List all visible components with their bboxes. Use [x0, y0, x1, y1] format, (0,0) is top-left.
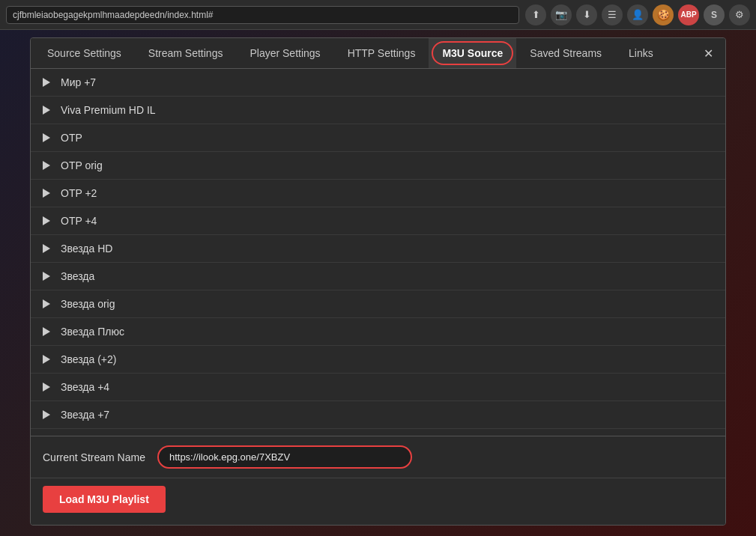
play-icon	[43, 272, 50, 281]
stream-name-text: Звезда +7	[61, 409, 109, 421]
load-m3u-button[interactable]: Load M3U Playlist	[43, 486, 166, 513]
share-icon[interactable]: ⬆	[525, 4, 546, 25]
stream-item[interactable]: Звезда Плюс	[31, 318, 725, 346]
play-icon	[43, 161, 50, 170]
play-icon	[43, 78, 50, 87]
tab-player-settings[interactable]: Player Settings	[236, 38, 333, 68]
stream-item[interactable]: Viva Premium HD IL	[31, 97, 725, 124]
stream-item[interactable]: OTP	[31, 124, 725, 152]
play-icon	[43, 216, 50, 225]
stream-name-text: OTP +2	[61, 187, 97, 199]
settings-extension-icon[interactable]: ⚙	[729, 4, 750, 25]
stream-item[interactable]: OTP +2	[31, 180, 725, 207]
stream-item[interactable]: Звезда (+2)	[31, 346, 725, 374]
tab-saved-streams[interactable]: Saved Streams	[516, 38, 615, 68]
s-extension-icon[interactable]: S	[704, 4, 725, 25]
tab-bar: Source Settings Stream Settings Player S…	[31, 38, 725, 69]
stream-item[interactable]: Звезда orig	[31, 290, 725, 318]
stream-name-text: Звезда orig	[61, 298, 115, 310]
play-icon	[43, 327, 50, 336]
download-icon[interactable]: ⬇	[576, 4, 597, 25]
cookie-extension-icon[interactable]: 🍪	[653, 4, 674, 25]
account-icon[interactable]: 👤	[627, 4, 648, 25]
stream-list[interactable]: Мир +7Viva Premium HD ILOTPOTP origOTP +…	[31, 69, 725, 436]
stream-url-input[interactable]	[157, 445, 412, 469]
stream-item[interactable]: OTP orig	[31, 152, 725, 180]
play-icon	[43, 133, 50, 142]
tab-m3u-source[interactable]: M3U Source	[429, 38, 516, 68]
main-panel: Source Settings Stream Settings Player S…	[30, 37, 726, 526]
stream-name-text: Звезда HD	[61, 243, 112, 255]
tab-source-settings[interactable]: Source Settings	[34, 38, 135, 68]
tab-stream-settings[interactable]: Stream Settings	[135, 38, 237, 68]
stream-item[interactable]: Мир +7	[31, 69, 725, 97]
current-stream-label: Current Stream Name	[43, 451, 145, 463]
browser-url: cjfbmleiaobegagekpmlhmaadepdeedn/index.h…	[6, 6, 519, 24]
play-icon	[43, 189, 50, 198]
abp-extension-icon[interactable]: ABP	[678, 4, 699, 25]
tab-http-settings[interactable]: HTTP Settings	[334, 38, 429, 68]
play-icon	[43, 299, 50, 308]
stream-item[interactable]: Звезда HD	[31, 235, 725, 263]
bottom-bar: Current Stream Name	[31, 436, 725, 478]
action-bar: Load M3U Playlist	[31, 478, 725, 525]
stream-item[interactable]: Звезда +4	[31, 374, 725, 401]
stream-name-text: Viva Premium HD IL	[61, 104, 156, 116]
stream-name-text: OTP orig	[61, 159, 103, 171]
close-button[interactable]: ✕	[695, 40, 722, 67]
stream-name-text: OTP	[61, 132, 82, 144]
stream-name-text: Звезда (+2)	[61, 353, 116, 365]
camera-icon[interactable]: 📷	[551, 4, 572, 25]
stream-name-text: Звезда +4	[61, 381, 109, 393]
stream-item[interactable]: OTP +4	[31, 207, 725, 235]
play-icon	[43, 106, 50, 115]
stream-name-text: Звезда	[61, 270, 94, 282]
stream-name-text: Звезда Плюс	[61, 326, 124, 338]
browser-bar: cjfbmleiaobegagekpmlhmaadepdeedn/index.h…	[0, 0, 756, 30]
stream-name-text: Мир +7	[61, 76, 96, 88]
play-icon	[43, 383, 50, 392]
play-icon	[43, 410, 50, 419]
stream-name-text: OTP +4	[61, 215, 97, 227]
tab-links[interactable]: Links	[615, 38, 667, 68]
stream-item[interactable]: Звезда	[31, 263, 725, 290]
stream-item[interactable]: Звезда +7	[31, 401, 725, 429]
menu-icon[interactable]: ☰	[602, 4, 623, 25]
play-icon	[43, 355, 50, 364]
play-icon	[43, 244, 50, 253]
browser-icons: ⬆ 📷 ⬇ ☰ 👤 🍪 ABP S ⚙	[525, 4, 750, 25]
